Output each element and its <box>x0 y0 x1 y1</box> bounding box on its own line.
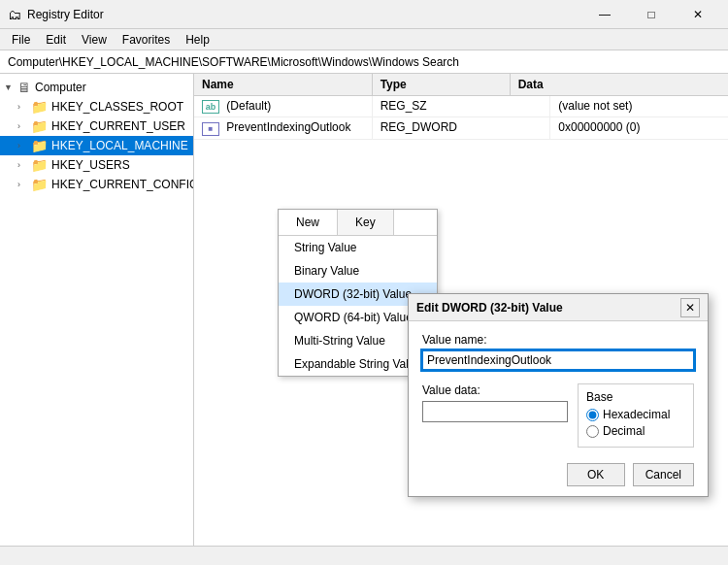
folder-icon-users: 📁 <box>31 157 48 173</box>
tree-label-local-machine: HKEY_LOCAL_MACHINE <box>51 139 188 152</box>
col-header-data: Data <box>511 74 728 95</box>
base-group: Base Hexadecimal Decimal <box>578 383 694 448</box>
dec-label: Decimal <box>603 424 645 438</box>
cell-name-prevent: ■ PreventIndexingOutlook <box>194 117 373 139</box>
cell-type-default: REG_SZ <box>373 96 551 116</box>
tree-item-current-config[interactable]: › 📁 HKEY_CURRENT_CONFIG <box>0 175 193 194</box>
dialog-title-bar: Edit DWORD (32-bit) Value ✕ <box>409 294 708 321</box>
computer-icon: 🖥 <box>17 80 31 95</box>
folder-icon-local-machine: 📁 <box>31 138 48 153</box>
tree-toggle-current-config: › <box>17 180 31 189</box>
tree-toggle-users: › <box>17 160 31 170</box>
context-menu-tab-key[interactable]: Key <box>338 210 394 235</box>
cell-name-default: ab (Default) <box>194 96 373 116</box>
base-label: Base <box>586 390 685 404</box>
hex-radio-row: Hexadecimal <box>586 408 685 421</box>
app-icon: 🗂 <box>8 7 21 22</box>
context-menu-string-value[interactable]: String Value <box>279 236 437 259</box>
value-data-input[interactable] <box>422 401 568 422</box>
tree-item-classes-root[interactable]: › 📁 HKEY_CLASSES_ROOT <box>0 97 193 116</box>
context-menu-tab-new[interactable]: New <box>279 210 338 235</box>
status-bar <box>0 546 728 565</box>
tree-toggle-local-machine: › <box>17 141 31 150</box>
context-menu-header: New Key <box>279 210 437 236</box>
cell-data-default: (value not set) <box>550 96 728 116</box>
tree-pane: ▼ 🖥 Computer › 📁 HKEY_CLASSES_ROOT › 📁 H… <box>0 74 194 546</box>
cancel-button[interactable]: Cancel <box>633 463 694 486</box>
address-path: Computer\HKEY_LOCAL_MACHINE\SOFTWARE\Mic… <box>8 55 459 69</box>
menu-file[interactable]: File <box>4 31 38 49</box>
tree-item-users[interactable]: › 📁 HKEY_USERS <box>0 155 193 175</box>
tree-toggle-computer: ▼ <box>4 83 17 92</box>
cell-data-prevent: 0x00000000 (0) <box>550 117 728 139</box>
base-box: Base Hexadecimal Decimal <box>578 383 694 448</box>
close-button[interactable]: ✕ <box>676 0 720 29</box>
dword-icon: ■ <box>202 122 219 136</box>
col-header-name: Name <box>194 74 373 95</box>
dialog-row: Value data: Base Hexadecimal Decimal <box>422 383 694 448</box>
dec-radio-row: Decimal <box>586 424 685 438</box>
folder-icon-classes-root: 📁 <box>31 99 48 115</box>
ok-button[interactable]: OK <box>567 463 625 486</box>
dialog-title: Edit DWORD (32-bit) Value <box>416 301 680 315</box>
menu-favorites[interactable]: Favorites <box>115 31 178 49</box>
window-controls: — □ ✕ <box>582 0 720 29</box>
hex-label: Hexadecimal <box>603 408 670 421</box>
detail-header: Name Type Data <box>194 74 728 96</box>
folder-icon-current-config: 📁 <box>31 177 48 192</box>
title-bar: 🗂 Registry Editor — □ ✕ <box>0 0 728 29</box>
tree-label-current-user: HKEY_CURRENT_USER <box>51 119 185 133</box>
tree-toggle-current-user: › <box>17 121 31 131</box>
dec-radio[interactable] <box>586 425 599 438</box>
tree-item-computer[interactable]: ▼ 🖥 Computer <box>0 78 193 97</box>
dialog-close-button[interactable]: ✕ <box>680 298 700 317</box>
tree-label-current-config: HKEY_CURRENT_CONFIG <box>51 178 194 191</box>
dialog-footer: OK Cancel <box>409 457 708 496</box>
tree-toggle-classes-root: › <box>17 102 31 112</box>
menu-view[interactable]: View <box>74 31 115 49</box>
col-header-type: Type <box>373 74 511 95</box>
detail-row-prevent[interactable]: ■ PreventIndexingOutlook REG_DWORD 0x000… <box>194 117 728 140</box>
address-bar: Computer\HKEY_LOCAL_MACHINE\SOFTWARE\Mic… <box>0 50 728 74</box>
maximize-button[interactable]: □ <box>629 0 674 29</box>
ab-icon: ab <box>202 100 219 114</box>
edit-dword-dialog: Edit DWORD (32-bit) Value ✕ Value name: … <box>408 293 709 497</box>
hex-radio[interactable] <box>586 409 599 421</box>
tree-item-current-user[interactable]: › 📁 HKEY_CURRENT_USER <box>0 116 193 136</box>
folder-icon-current-user: 📁 <box>31 118 48 134</box>
context-menu-binary-value[interactable]: Binary Value <box>279 259 437 282</box>
value-name-label: Value name: <box>422 333 694 347</box>
app-title: Registry Editor <box>27 8 582 21</box>
value-data-group: Value data: <box>422 383 568 448</box>
tree-label-users: HKEY_USERS <box>51 158 130 172</box>
tree-label-classes-root: HKEY_CLASSES_ROOT <box>51 100 183 114</box>
value-data-label: Value data: <box>422 383 568 397</box>
tree-item-local-machine[interactable]: › 📁 HKEY_LOCAL_MACHINE <box>0 136 193 155</box>
cell-type-prevent: REG_DWORD <box>373 117 551 139</box>
menu-bar: File Edit View Favorites Help <box>0 29 728 50</box>
detail-row-default[interactable]: ab (Default) REG_SZ (value not set) <box>194 96 728 117</box>
dialog-body: Value name: PreventIndexingOutlook Value… <box>409 321 708 457</box>
menu-edit[interactable]: Edit <box>38 31 74 49</box>
value-name-field: PreventIndexingOutlook <box>422 350 694 370</box>
minimize-button[interactable]: — <box>582 0 627 29</box>
tree-label-computer: Computer <box>35 81 86 94</box>
menu-help[interactable]: Help <box>178 31 217 49</box>
